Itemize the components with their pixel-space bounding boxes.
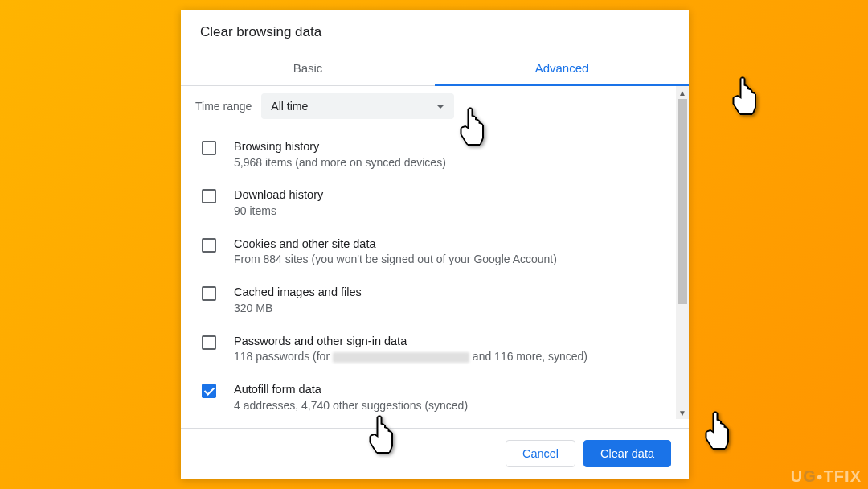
item-text: Browsing history5,968 items (and more on… <box>234 139 661 170</box>
item-title: Passwords and other sign-in data <box>234 334 661 350</box>
cancel-button[interactable]: Cancel <box>506 440 575 467</box>
tab-basic[interactable]: Basic <box>181 51 435 85</box>
item-subtitle: 4 addresses, 4,740 other suggestions (sy… <box>234 398 661 413</box>
list-item: Browsing history5,968 items (and more on… <box>197 130 661 179</box>
item-text: Passwords and other sign-in data118 pass… <box>234 334 661 364</box>
item-title: Browsing history <box>234 139 661 155</box>
checkbox[interactable] <box>202 384 216 398</box>
chevron-down-icon <box>436 105 444 109</box>
data-types-list: Browsing history5,968 items (and more on… <box>181 125 676 422</box>
item-title: Cookies and other site data <box>234 236 661 253</box>
item-subtitle: 90 items <box>234 203 661 219</box>
pointer-cursor-icon <box>731 77 760 116</box>
list-item: Passwords and other sign-in data118 pass… <box>197 325 661 373</box>
item-text: Cached images and files320 MB <box>234 285 661 315</box>
checkbox[interactable] <box>202 189 216 203</box>
scrollbar-thumb[interactable] <box>678 99 687 304</box>
clear-browsing-data-dialog: Clear browsing data Basic Advanced Time … <box>181 10 689 479</box>
time-range-row: Time range All time <box>181 86 676 125</box>
tab-advanced[interactable]: Advanced <box>435 51 689 85</box>
time-range-label: Time range <box>195 100 252 113</box>
item-subtitle: 118 passwords (for and 116 more, synced) <box>234 349 661 364</box>
time-range-value: All time <box>271 100 308 113</box>
tabs: Basic Advanced <box>181 51 689 86</box>
clear-data-button[interactable]: Clear data <box>583 440 671 467</box>
content-area: Time range All time Browsing history5,96… <box>181 86 676 428</box>
item-text: Download history90 items <box>234 187 661 218</box>
pointer-cursor-icon <box>703 412 732 450</box>
item-title: Autofill form data <box>234 382 661 398</box>
item-subtitle: 5,968 items (and more on synced devices) <box>234 155 661 171</box>
scroll-up-icon[interactable]: ▲ <box>676 86 689 99</box>
checkbox[interactable] <box>202 238 216 253</box>
item-subtitle: From 884 sites (you won't be signed out … <box>234 252 661 267</box>
item-title: Cached images and files <box>234 285 661 301</box>
redacted-text <box>333 352 469 363</box>
item-title: Download history <box>234 187 661 203</box>
checkbox[interactable] <box>202 335 216 350</box>
item-text: Cookies and other site dataFrom 884 site… <box>234 236 661 267</box>
item-text: Autofill form data4 addresses, 4,740 oth… <box>234 382 661 413</box>
list-item: Cached images and files320 MB <box>197 276 661 324</box>
dialog-title: Clear browsing data <box>181 10 689 51</box>
watermark: UG●TFIX <box>791 467 862 486</box>
list-item: Cookies and other site dataFrom 884 site… <box>197 228 661 276</box>
checkbox[interactable] <box>202 286 216 301</box>
item-subtitle: 320 MB <box>234 301 661 316</box>
list-item: Autofill form data4 addresses, 4,740 oth… <box>197 373 661 421</box>
scrollbar[interactable]: ▲ ▼ <box>676 86 689 419</box>
time-range-select[interactable]: All time <box>261 93 454 119</box>
scroll-down-icon[interactable]: ▼ <box>676 406 689 419</box>
dialog-footer: Cancel Clear data <box>181 428 689 479</box>
list-item: Download history90 items <box>197 179 661 227</box>
checkbox[interactable] <box>202 141 216 155</box>
